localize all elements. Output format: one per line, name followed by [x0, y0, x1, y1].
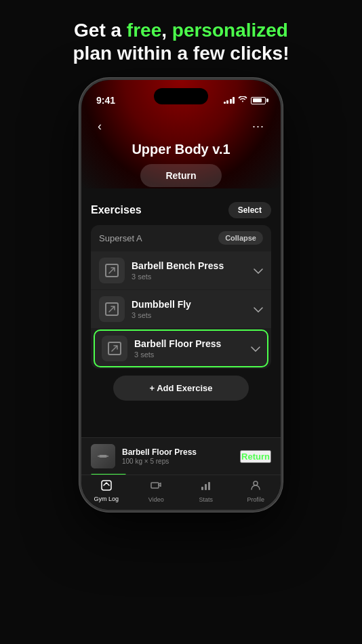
phone-frame: 9:41 — [79, 78, 283, 512]
profile-label: Profile — [247, 496, 264, 503]
status-time: 9:41 — [96, 95, 115, 106]
top-nav: ‹ ··· — [81, 113, 281, 138]
select-button[interactable]: Select — [228, 202, 271, 218]
svg-rect-6 — [208, 482, 210, 490]
video-label: Video — [148, 496, 164, 503]
bottom-exercise-bar: Barbell Floor Press 100 kg × 5 reps Retu… — [81, 437, 281, 475]
profile-icon — [249, 479, 262, 495]
exercise-sets-3: 3 sets — [134, 350, 244, 359]
battery-fill — [253, 98, 262, 102]
header-comma: , — [161, 20, 172, 41]
tab-video[interactable]: Video — [132, 479, 182, 503]
svg-rect-0 — [99, 455, 107, 458]
video-icon — [150, 479, 162, 495]
bottom-thumb — [91, 444, 115, 468]
exercise-thumb-icon-1 — [105, 264, 119, 277]
status-icons — [224, 96, 266, 105]
header-section: Get a free, personalized plan within a f… — [53, 0, 310, 78]
collapse-button[interactable]: Collapse — [218, 231, 263, 245]
svg-rect-5 — [205, 484, 207, 490]
exercises-section: Exercises Select Superset A Collapse — [81, 194, 281, 414]
exercise-info-1: Barbell Bench Press 3 sets — [132, 260, 247, 281]
stats-label: Stats — [199, 496, 213, 503]
exercise-thumb-3 — [102, 336, 127, 361]
header-free: free — [127, 20, 161, 41]
exercise-sets-1: 3 sets — [132, 273, 247, 281]
dynamic-island — [154, 88, 208, 104]
header-personalized: personalized — [172, 20, 288, 41]
signal-icon — [224, 97, 235, 104]
phone-screen: 9:41 — [81, 80, 281, 510]
wifi-icon — [238, 96, 247, 105]
phone-wrapper: 9:41 — [79, 78, 283, 512]
bottom-return-button[interactable]: Return — [240, 450, 271, 463]
exercise-name-3: Barbell Floor Press — [134, 338, 244, 349]
tab-bar: Gym Log Video — [81, 475, 281, 510]
tab-gym-log[interactable]: Gym Log — [81, 479, 132, 502]
svg-rect-3 — [102, 481, 111, 490]
more-button[interactable]: ··· — [248, 115, 268, 138]
header-line1: Get a — [74, 20, 127, 41]
exercise-row-1[interactable]: Barbell Bench Press 3 sets — [91, 251, 271, 289]
exercise-thumb-icon-3 — [108, 342, 121, 355]
bottom-exercise-info: Barbell Floor Press 100 kg × 5 reps — [122, 447, 233, 465]
chevron-1 — [254, 265, 263, 276]
exercise-info-2: Dumbbell Fly 3 sets — [132, 299, 247, 319]
bottom-exercise-meta: 100 kg × 5 reps — [122, 458, 233, 465]
battery-icon — [251, 97, 266, 104]
tab-profile[interactable]: Profile — [231, 479, 281, 503]
svg-point-7 — [254, 481, 258, 485]
exercise-sets-2: 3 sets — [132, 311, 247, 319]
gym-log-label: Gym Log — [94, 496, 119, 502]
exercise-thumb-2 — [99, 296, 125, 322]
exercise-info-3: Barbell Floor Press 3 sets — [134, 338, 244, 359]
superset-header: Superset A Collapse — [91, 225, 271, 251]
svg-rect-1 — [98, 456, 99, 457]
superset-group: Superset A Collapse — [91, 225, 271, 369]
return-button[interactable]: Return — [140, 164, 222, 187]
svg-rect-2 — [107, 456, 108, 457]
exercise-row-2[interactable]: Dumbbell Fly 3 sets — [91, 290, 271, 328]
exercise-thumb-1 — [99, 258, 125, 283]
exercise-row-3[interactable]: Barbell Floor Press 3 sets — [94, 329, 268, 367]
superset-label: Superset A — [99, 233, 142, 243]
chevron-2 — [254, 304, 263, 315]
gym-log-icon — [100, 479, 113, 494]
back-button[interactable]: ‹ — [94, 115, 106, 138]
exercises-header: Exercises Select — [91, 202, 271, 218]
exercises-title: Exercises — [91, 204, 142, 216]
exercise-name-1: Barbell Bench Press — [132, 260, 247, 271]
chevron-3 — [251, 343, 260, 354]
exercise-thumb-icon-2 — [105, 302, 119, 316]
svg-rect-4 — [201, 487, 203, 490]
header-line2: plan within a few clicks! — [73, 43, 289, 64]
screen-title: Upper Body v.1 — [81, 142, 281, 157]
tab-stats[interactable]: Stats — [181, 479, 231, 503]
add-exercise-button[interactable]: + Add Exercise — [113, 376, 249, 401]
bottom-exercise-name: Barbell Floor Press — [122, 447, 233, 457]
exercise-name-2: Dumbbell Fly — [132, 299, 247, 310]
stats-icon — [200, 479, 212, 495]
